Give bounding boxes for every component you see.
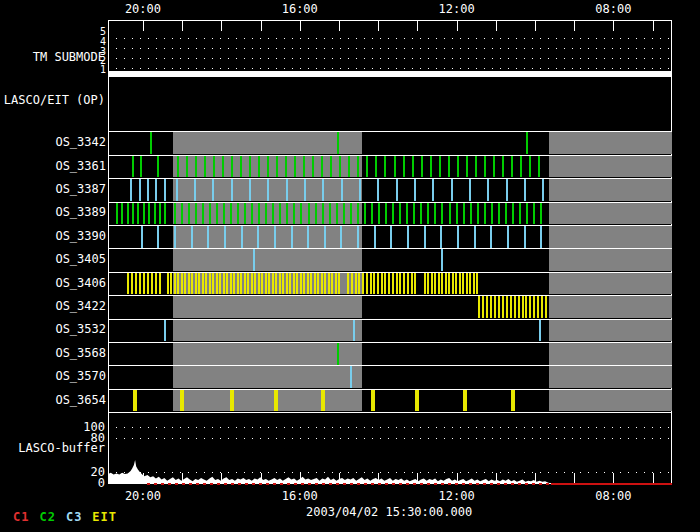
event-mark bbox=[538, 156, 540, 178]
event-mark bbox=[463, 390, 467, 412]
event-mark bbox=[143, 203, 145, 225]
buffer-ytick-label: 0 bbox=[65, 477, 105, 490]
event-mark bbox=[164, 179, 166, 201]
event-mark bbox=[324, 273, 326, 295]
event-mark bbox=[230, 390, 234, 412]
event-mark bbox=[300, 203, 302, 225]
bottom-axis-label: 12:00 bbox=[438, 490, 474, 503]
event-mark bbox=[213, 156, 215, 178]
gray-band bbox=[173, 390, 362, 412]
event-mark bbox=[247, 273, 249, 295]
event-mark bbox=[384, 273, 386, 295]
event-mark bbox=[357, 203, 359, 225]
gray-band bbox=[173, 343, 362, 365]
row-label: OS_3387 bbox=[16, 183, 106, 196]
timestamp: 2003/04/02 15:30:00.000 bbox=[306, 505, 472, 519]
event-mark bbox=[291, 226, 293, 248]
event-mark bbox=[451, 179, 453, 201]
event-mark bbox=[251, 273, 253, 295]
event-mark bbox=[439, 156, 441, 178]
event-mark bbox=[240, 273, 242, 295]
event-mark bbox=[130, 179, 132, 201]
event-mark bbox=[231, 156, 233, 178]
event-mark bbox=[487, 179, 489, 201]
event-mark bbox=[431, 273, 433, 295]
event-mark bbox=[253, 249, 255, 271]
event-mark bbox=[493, 156, 495, 178]
event-mark bbox=[167, 273, 169, 295]
gray-band bbox=[173, 296, 362, 318]
event-mark bbox=[151, 273, 153, 295]
event-mark bbox=[440, 226, 442, 248]
event-mark bbox=[315, 203, 317, 225]
event-mark bbox=[222, 156, 224, 178]
event-mark bbox=[350, 203, 352, 225]
hour-tick-top bbox=[378, 21, 379, 31]
event-mark bbox=[286, 273, 288, 295]
event-mark bbox=[507, 226, 509, 248]
event-mark bbox=[296, 273, 298, 295]
event-mark bbox=[267, 179, 269, 201]
event-mark bbox=[403, 273, 405, 295]
event-mark bbox=[414, 179, 416, 201]
event-mark bbox=[177, 156, 179, 178]
event-mark bbox=[463, 203, 465, 225]
hour-tick-top bbox=[300, 21, 301, 31]
event-mark bbox=[445, 273, 447, 295]
event-mark bbox=[159, 273, 161, 295]
event-mark bbox=[249, 179, 251, 201]
event-mark bbox=[258, 203, 260, 225]
event-mark bbox=[293, 203, 295, 225]
event-mark bbox=[448, 156, 450, 178]
gray-band bbox=[549, 296, 672, 318]
event-mark bbox=[474, 226, 476, 248]
event-mark bbox=[520, 156, 522, 178]
event-mark bbox=[195, 203, 197, 225]
event-mark bbox=[303, 273, 305, 295]
gray-band bbox=[549, 366, 672, 388]
event-mark bbox=[347, 273, 349, 295]
event-mark bbox=[258, 156, 260, 178]
event-mark bbox=[141, 226, 143, 248]
event-mark bbox=[512, 203, 514, 225]
event-mark bbox=[529, 156, 531, 178]
event-mark bbox=[310, 273, 312, 295]
event-mark bbox=[240, 156, 242, 178]
event-mark bbox=[261, 273, 263, 295]
event-mark bbox=[399, 203, 401, 225]
event-mark bbox=[343, 203, 345, 225]
event-mark bbox=[424, 273, 426, 295]
event-mark bbox=[491, 203, 493, 225]
event-mark bbox=[159, 203, 161, 225]
event-mark bbox=[399, 273, 401, 295]
event-mark bbox=[191, 226, 193, 248]
top-axis-line bbox=[108, 20, 672, 21]
event-mark bbox=[285, 156, 287, 178]
event-mark bbox=[537, 296, 539, 318]
event-mark bbox=[362, 273, 364, 295]
event-mark bbox=[385, 203, 387, 225]
event-mark bbox=[216, 273, 218, 295]
event-mark bbox=[519, 203, 521, 225]
event-mark bbox=[540, 226, 542, 248]
event-mark bbox=[135, 273, 137, 295]
event-mark bbox=[157, 156, 159, 178]
event-mark bbox=[335, 273, 337, 295]
event-mark bbox=[202, 273, 204, 295]
event-mark bbox=[139, 179, 141, 201]
event-mark bbox=[392, 273, 394, 295]
hour-tick-top bbox=[339, 21, 340, 31]
hour-tick-top bbox=[613, 21, 614, 31]
top-axis-label: 16:00 bbox=[282, 3, 318, 16]
event-mark bbox=[407, 226, 409, 248]
event-mark bbox=[522, 296, 524, 318]
event-mark bbox=[170, 273, 172, 295]
event-mark bbox=[510, 296, 512, 318]
event-mark bbox=[506, 179, 508, 201]
event-mark bbox=[212, 273, 214, 295]
event-mark bbox=[542, 179, 544, 201]
event-mark bbox=[244, 273, 246, 295]
event-mark bbox=[388, 273, 390, 295]
gray-band bbox=[173, 132, 362, 154]
event-mark bbox=[373, 273, 375, 295]
